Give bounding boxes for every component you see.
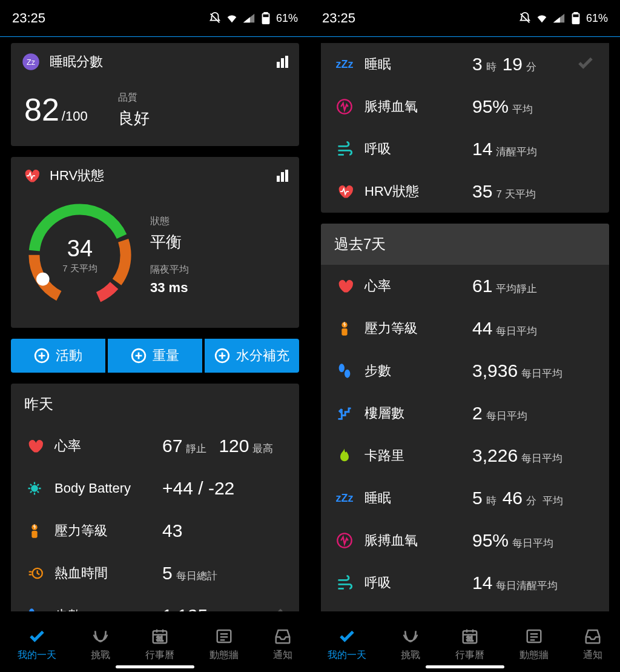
top-divider [310, 36, 620, 37]
home-indicator[interactable] [116, 665, 194, 668]
row-stress-week[interactable]: 壓力等級 44每日平均 [321, 307, 609, 350]
stress-week-label: 壓力等級 [364, 319, 461, 338]
action-row: 活動 重量 水分補充 [11, 339, 299, 373]
sleep-card-body: 82/100 品質 良好 [11, 81, 299, 146]
nav-calendar[interactable]: 31 行事曆 [145, 627, 174, 662]
news-icon [525, 627, 543, 645]
check-icon [576, 54, 595, 75]
continued-section: zZz 睡眠 3 時 19 分 脈搏血氧 95% 平均 [321, 43, 609, 213]
svg-rect-33 [341, 328, 347, 336]
hrv-card-title: HRV狀態 [50, 167, 266, 185]
row-spo2-week[interactable]: 脈搏血氧 95%每日平均 [321, 519, 609, 562]
row-stress[interactable]: 壓力等級 43 [11, 510, 299, 552]
svg-text:31: 31 [466, 635, 473, 642]
footsteps-icon [335, 362, 354, 380]
chart-icon[interactable] [275, 168, 289, 183]
nav-challenge[interactable]: 挑戰 [401, 627, 420, 662]
svg-point-34 [339, 364, 345, 372]
battery-icon [259, 12, 272, 25]
inbox-icon [584, 627, 602, 645]
hrv-status-label: 狀態 [150, 215, 189, 228]
resp-unit: 清醒平均 [496, 145, 537, 159]
left-content[interactable]: Zz 睡眠分數 82/100 品質 良好 HRV狀態 [0, 43, 310, 672]
svg-rect-10 [285, 170, 288, 182]
nav-myday[interactable]: 我的一天 [18, 627, 56, 662]
svg-rect-2 [264, 13, 268, 14]
row-steps-week[interactable]: 步數 3,936每日平均 [321, 350, 609, 392]
status-bar: 23:25 61% [310, 0, 620, 36]
nav-notify[interactable]: 通知 [273, 627, 292, 662]
hrv-unit: 7 天平均 [496, 187, 535, 201]
signal-icon [552, 12, 566, 25]
nav-myday[interactable]: 我的一天 [328, 627, 366, 662]
nav-challenge-label: 挑戰 [91, 649, 110, 662]
hr-max-value: 120 [219, 436, 249, 456]
statusbar-right: 61% [208, 12, 298, 25]
nav-feed[interactable]: 動態牆 [209, 627, 239, 662]
row-heart-rate[interactable]: 心率 67 靜止 120 最高 [11, 425, 299, 467]
dnd-icon [208, 12, 222, 25]
row-respiration[interactable]: 呼吸 14 清醒平均 [321, 128, 609, 170]
hrv-card[interactable]: HRV狀態 34 7 天平均 狀態 [11, 157, 299, 328]
nav-calendar-label: 行事曆 [145, 649, 174, 662]
hrv-card-body: 34 7 天平均 狀態 平衡 隔夜平均 33 ms [11, 195, 299, 328]
spo2-value: 95% [472, 96, 509, 117]
sleep-week-h: 5 [472, 488, 483, 508]
row-floors-week[interactable]: 樓層數 2每日平均 [321, 392, 609, 434]
row-body-battery[interactable]: Body Battery +44 / -22 [11, 467, 299, 510]
bb-value: +44 / -22 [162, 478, 234, 499]
row-sleep-week[interactable]: zZz 睡眠 5 時 46 分 平均 [321, 477, 609, 519]
row-sleep[interactable]: zZz 睡眠 3 時 19 分 [321, 43, 609, 85]
nav-feed-label: 動態牆 [519, 649, 549, 662]
statusbar-time: 23:25 [12, 10, 45, 26]
sleep-m: 19 [503, 54, 523, 75]
row-intensity[interactable]: 熱血時間 5 每日總計 [11, 552, 299, 594]
nav-challenge[interactable]: 挑戰 [91, 627, 110, 662]
sleep-score-denom: /100 [62, 108, 88, 124]
home-indicator[interactable] [426, 665, 504, 668]
chart-icon[interactable] [275, 55, 289, 69]
row-hr-week[interactable]: 心率 61平均靜止 [321, 265, 609, 307]
add-hydration-button[interactable]: 水分補充 [205, 339, 299, 373]
svg-rect-30 [574, 13, 578, 14]
sleep-label: 睡眠 [364, 55, 461, 73]
nav-calendar[interactable]: 31 行事曆 [455, 627, 484, 662]
calendar-icon: 31 [461, 627, 479, 645]
row-hrv[interactable]: HRV狀態 35 7 天平均 [321, 170, 609, 213]
svg-rect-8 [277, 176, 280, 182]
heart-pulse-icon [21, 165, 41, 186]
nav-feed[interactable]: 動態牆 [519, 627, 549, 662]
sleep-quality-label: 品質 [118, 91, 150, 104]
add-activity-button[interactable]: 活動 [11, 339, 105, 373]
row-spo2[interactable]: 脈搏血氧 95% 平均 [321, 85, 609, 128]
statusbar-battery: 61% [276, 12, 298, 25]
floors-week-value: 2 [472, 403, 483, 424]
left-pane: 23:25 61% Zz 睡眠分數 82/100 [0, 0, 310, 672]
sleep-score-card[interactable]: Zz 睡眠分數 82/100 品質 良好 [11, 43, 299, 146]
row-respiration-week[interactable]: 呼吸 14每日清醒平均 [321, 562, 609, 604]
add-weight-button[interactable]: 重量 [108, 339, 202, 373]
sleep-m-unit: 分 [526, 60, 536, 74]
nav-myday-label: 我的一天 [18, 649, 56, 662]
spo2-week-unit: 每日平均 [512, 536, 553, 550]
statusbar-right: 61% [518, 12, 608, 25]
battery-icon [569, 12, 582, 25]
cal-week-label: 卡路里 [364, 447, 461, 465]
past7-section: 過去7天 心率 61平均靜止 壓力等級 44每日平均 步數 3,936每日平均 … [321, 224, 609, 647]
wind-icon [335, 574, 354, 592]
nav-myday-label: 我的一天 [328, 649, 366, 662]
resp-week-unit: 每日清醒平均 [496, 579, 558, 593]
plus-icon [131, 348, 147, 364]
right-content[interactable]: zZz 睡眠 3 時 19 分 脈搏血氧 95% 平均 [310, 43, 620, 672]
spo2-label: 脈搏血氧 [364, 98, 461, 116]
row-calories-week[interactable]: 卡路里 3,226每日平均 [321, 434, 609, 477]
stress-value: 43 [162, 521, 182, 541]
stress-icon [25, 522, 44, 540]
hrv-gauge-value: 34 [67, 236, 93, 262]
nav-notify[interactable]: 通知 [583, 627, 602, 662]
add-hydration-label: 水分補充 [236, 347, 289, 365]
yesterday-section: 昨天 心率 67 靜止 120 最高 Body Battery +44 / -2… [11, 384, 299, 637]
hr-week-value: 61 [472, 276, 492, 296]
hr-label: 心率 [54, 437, 151, 455]
add-weight-label: 重量 [153, 347, 179, 365]
